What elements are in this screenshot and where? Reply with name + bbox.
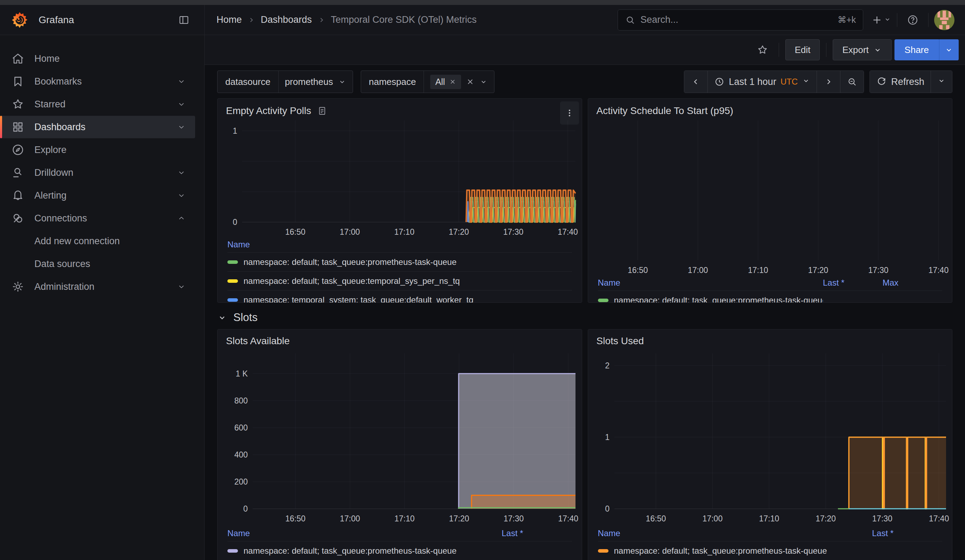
svg-text:17:30: 17:30 [872, 514, 892, 523]
legend-column-max[interactable]: Max [883, 278, 942, 288]
sidebar-item-bookmarks[interactable]: Bookmarks [0, 70, 195, 93]
time-series-chart[interactable]: 0116:5017:0017:1017:2017:3017:40 [218, 118, 582, 236]
grafana-logo-icon[interactable] [10, 11, 29, 29]
chevron-down-icon [177, 122, 186, 132]
time-series-chart[interactable]: 16:5017:0017:1017:2017:3017:40 [588, 118, 952, 274]
time-range-picker[interactable]: Last 1 hour UTC [707, 71, 816, 93]
help-button[interactable] [903, 10, 922, 30]
sidebar-toggle-button[interactable] [174, 10, 194, 30]
avatar[interactable] [934, 10, 955, 30]
chart-legend: NameLast *Maxnamespace: default; task_qu… [588, 274, 952, 302]
panel-title[interactable]: Empty Activity Polls [226, 105, 311, 116]
breadcrumb-item: Temporal Core SDK (OTel) Metrics [331, 15, 477, 25]
svg-text:17:00: 17:00 [340, 514, 360, 523]
timezone-label: UTC [780, 77, 798, 87]
series-swatch [227, 260, 238, 264]
legend-column-name[interactable]: Name [598, 278, 823, 288]
sidebar-item-label: Explore [34, 145, 195, 155]
svg-text:400: 400 [234, 450, 248, 459]
series-label: namespace: default; task_queue:prometheu… [614, 546, 827, 556]
legend-column-name[interactable]: Name [227, 240, 572, 250]
sidebar-item-alerting[interactable]: Alerting [0, 184, 195, 207]
chevron-down-icon [944, 45, 954, 54]
search-input[interactable] [640, 15, 833, 25]
svg-text:17:20: 17:20 [808, 266, 828, 274]
legend-column-last[interactable]: Last * [823, 278, 883, 288]
chevron-down-icon [479, 78, 488, 86]
sidebar-item-connections[interactable]: Connections [0, 207, 195, 230]
share-button[interactable]: Share [895, 39, 939, 60]
export-label: Export [842, 44, 869, 56]
chevron-down-icon [177, 100, 186, 109]
panel-title[interactable]: Activity Schedule To Start (p95) [597, 105, 733, 116]
star-icon [757, 44, 769, 56]
chevron-right-icon [317, 15, 326, 24]
legend-column-name[interactable]: Name [598, 528, 872, 538]
question-icon [907, 14, 919, 26]
sidebar-item-label: Dashboards [34, 122, 177, 132]
zoom-out-icon [847, 77, 857, 87]
time-series-chart[interactable]: 01216:5017:0017:1017:2017:3017:40 [588, 348, 952, 525]
legend-column-last[interactable]: Last * [872, 528, 942, 538]
plus-icon [871, 10, 883, 30]
sidebar-item-data-sources[interactable]: Data sources [0, 253, 195, 275]
edit-button[interactable]: Edit [785, 39, 820, 60]
time-series-chart[interactable]: 02004006008001 K16:5017:0017:1017:2017:3… [218, 348, 582, 525]
legend-row[interactable]: namespace: default; task_queue:temporal_… [227, 271, 572, 290]
sidebar-item-drilldown[interactable]: Drilldown [0, 162, 195, 184]
sidebar-item-label: Home [34, 53, 195, 64]
sidebar-item-dashboards[interactable]: Dashboards [0, 116, 195, 138]
description-icon[interactable] [317, 106, 327, 116]
sidebar-item-home[interactable]: Home [0, 47, 195, 70]
sidebar-item-label: Alerting [34, 190, 177, 201]
sidebar-item-administration[interactable]: Administration [0, 276, 195, 298]
datasource-label: datasource [218, 71, 279, 93]
panel-title[interactable]: Slots Available [226, 335, 290, 347]
chevron-down-icon [802, 77, 810, 85]
star-dashboard-button[interactable] [753, 40, 772, 60]
series-label: namespace: default; task_queue:temporal_… [244, 276, 460, 286]
panel-title[interactable]: Slots Used [597, 335, 644, 347]
time-controls: Last 1 hour UTC [684, 70, 952, 93]
datasource-select[interactable]: prometheus [279, 71, 353, 93]
legend-row[interactable]: namespace: default; task_queue:prometheu… [598, 291, 942, 303]
breadcrumb-item[interactable]: Dashboards [261, 15, 312, 25]
share-menu-button[interactable] [939, 39, 959, 60]
legend-column-name[interactable]: Name [227, 528, 502, 538]
legend-row[interactable]: namespace: temporal_system; task_queue:d… [227, 290, 572, 303]
row-section-slots[interactable]: Slots [217, 311, 952, 324]
legend-row[interactable]: namespace: default; task_queue:prometheu… [227, 541, 572, 560]
sidebar-item-label: Administration [34, 281, 177, 292]
legend-column-last[interactable]: Last * [502, 528, 572, 538]
chevron-down-icon [217, 313, 227, 322]
divider [897, 13, 897, 27]
chevron-down-icon [177, 282, 186, 291]
time-back-button[interactable] [684, 71, 707, 93]
series-swatch [227, 549, 238, 553]
time-forward-button[interactable] [816, 71, 840, 93]
sidebar-item-starred[interactable]: Starred [0, 93, 195, 116]
namespace-chip-value: All [435, 77, 445, 87]
panel-slots-available: Slots Available 02004006008001 K16:5017:… [217, 329, 582, 560]
refresh-interval-button[interactable] [931, 71, 952, 93]
export-button[interactable]: Export [833, 39, 891, 60]
namespace-chip[interactable]: All [430, 75, 461, 89]
legend-row[interactable]: namespace: default; task_queue:prometheu… [598, 541, 942, 560]
namespace-select[interactable]: All [424, 71, 494, 93]
refresh-button[interactable]: Refresh [870, 71, 931, 93]
breadcrumb-item[interactable]: Home [216, 15, 242, 25]
refresh-icon [876, 77, 887, 87]
sidebar-item-add-new-connection[interactable]: Add new connection [0, 230, 195, 252]
sidebar-item-explore[interactable]: Explore [0, 139, 195, 161]
add-new-button[interactable] [871, 10, 891, 30]
legend-row[interactable]: namespace: default; task_queue:prometheu… [227, 252, 572, 271]
zoom-out-button[interactable] [840, 71, 864, 93]
series-label: namespace: default; task_queue:prometheu… [244, 546, 456, 556]
svg-text:17:20: 17:20 [449, 514, 469, 523]
search-box[interactable]: ⌘+k [618, 10, 863, 31]
series-label: namespace: default; task_queue:prometheu… [614, 296, 823, 303]
connections-icon [11, 212, 25, 225]
svg-text:0: 0 [233, 217, 237, 227]
sidebar-item-label: Add new connection [34, 236, 195, 247]
search-shortcut: ⌘+k [837, 15, 856, 25]
